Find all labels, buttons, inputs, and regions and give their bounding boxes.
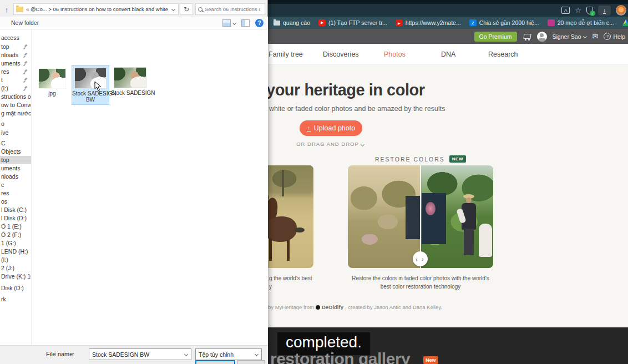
file-name-combo[interactable] xyxy=(89,348,191,360)
sidebar-item[interactable]: C xyxy=(0,139,31,147)
preview-pane-icon[interactable] xyxy=(241,19,250,27)
tab-family-tree[interactable]: Family tree xyxy=(269,50,303,58)
tab-dna[interactable]: DNA xyxy=(441,50,455,58)
file-item-jpg[interactable]: jpg xyxy=(37,68,68,97)
chevron-down-icon[interactable] xyxy=(255,352,259,356)
refresh-button[interactable]: ↻ xyxy=(180,3,193,15)
new-folder-button[interactable]: New folder xyxy=(11,19,39,26)
page-subtitle: white or faded color photos and be amaze… xyxy=(269,105,445,113)
translate-icon[interactable]: A xyxy=(561,7,570,14)
restore-sample-photo: ‹ › xyxy=(348,165,493,268)
sidebar-item[interactable]: (I:) xyxy=(0,256,31,264)
cancel-button[interactable]: Cancel xyxy=(237,360,265,364)
extensions-icon[interactable]: 2 xyxy=(586,7,593,14)
page-title: your heritage in color xyxy=(268,81,425,99)
attribution-line: by MyHeritage from DeOldify , created by… xyxy=(268,304,442,310)
upload-photo-button[interactable]: ↑ Upload photo xyxy=(300,120,362,136)
sidebar-item[interactable]: nloads xyxy=(0,51,31,59)
downloads-button[interactable]: ↓ xyxy=(598,6,611,16)
sidebar-item[interactable]: c xyxy=(0,181,31,189)
file-name-input[interactable] xyxy=(89,351,181,358)
go-premium-button[interactable]: Go Premium xyxy=(474,32,517,42)
sidebar-item[interactable]: Ổ 2 (F:) xyxy=(0,231,31,239)
bookmark-item[interactable]: ZChia sẻ gần 2000 hiệ... xyxy=(469,19,539,26)
sidebar-item[interactable]: Drive (K:) 16.0. xyxy=(0,272,31,280)
sidebar-item[interactable]: os xyxy=(0,198,31,205)
sidebar-item[interactable]: o xyxy=(0,120,31,128)
sidebar-item[interactable]: l Disk (C:) xyxy=(0,206,31,214)
help-menu[interactable]: ?Help xyxy=(604,33,625,40)
sidebar-item[interactable]: t xyxy=(0,76,31,84)
horse-art xyxy=(268,216,297,242)
file-item-stock-sadesign-bw-selected[interactable]: Stock SADESIGN BW xyxy=(72,65,109,105)
file-type-combo[interactable]: Tệp tùy chỉnh xyxy=(195,348,262,360)
sidebar-item[interactable]: top xyxy=(0,43,31,50)
sidebar-item[interactable]: nloads xyxy=(0,173,31,180)
sidebar-item[interactable]: 2 (J:) xyxy=(0,264,31,272)
before-after-slider-handle[interactable]: ‹ › xyxy=(413,251,428,266)
sidebar-item-desktop-selected[interactable]: top xyxy=(0,156,31,164)
search-box[interactable] xyxy=(195,3,265,15)
address-bar[interactable]: « @Co... > 06 Instructions on how to con… xyxy=(13,3,179,15)
browser-titlebar xyxy=(268,0,628,4)
user-avatar[interactable] xyxy=(537,32,547,42)
painter-art xyxy=(466,198,472,203)
dialog-body: access top nloads uments res t (I:) stru… xyxy=(0,29,268,345)
sidebar-item[interactable]: access xyxy=(0,34,31,42)
bookmark-item[interactable]: 20 mẹo dễ ợt biến c... xyxy=(548,19,614,26)
chevron-down-icon[interactable] xyxy=(171,7,175,11)
sidebar-item[interactable]: g mặt nước xyxy=(0,109,31,117)
sidebar-item[interactable]: res xyxy=(0,68,31,75)
tab-discoveries[interactable]: Discoveries xyxy=(323,50,359,58)
help-icon[interactable]: ? xyxy=(255,19,264,27)
bookmark-item[interactable]: (1) Tạo FTP server tr... xyxy=(318,19,387,26)
restore-colors-header: RESTORE COLORS NEW xyxy=(348,155,493,163)
file-thumbnail xyxy=(38,68,66,89)
mail-icon[interactable]: ✉ xyxy=(592,32,598,41)
y2mate-icon: ▶ xyxy=(396,19,403,26)
new-badge: New xyxy=(423,356,438,364)
user-menu[interactable]: Signer Sao xyxy=(553,33,587,40)
up-one-level-button[interactable]: ↑ xyxy=(1,3,12,16)
pin-icon xyxy=(23,86,28,91)
bookmark-star-icon[interactable]: ☆ xyxy=(575,7,581,14)
dog-art xyxy=(295,228,305,232)
tab-photos[interactable]: Photos xyxy=(384,50,406,58)
sidebar-item[interactable]: res xyxy=(0,189,31,197)
chevron-down-icon[interactable] xyxy=(232,21,236,25)
bookmark-item[interactable]: quang cáo xyxy=(274,19,310,26)
sidebar-item[interactable]: Ổ 1 (E:) xyxy=(0,223,31,230)
view-options-icon[interactable] xyxy=(222,19,231,27)
drag-and-drop-toggle[interactable]: OR DRAG AND DROP xyxy=(275,141,386,147)
bookmark-item[interactable]: Sa Design - Google... xyxy=(622,19,628,26)
sidebar-item[interactable]: ow to Convert l xyxy=(0,101,31,109)
sidebar-item[interactable]: rk xyxy=(0,295,31,303)
folder-icon xyxy=(274,21,280,26)
sidebar-item[interactable]: structions on h xyxy=(0,93,31,100)
open-button[interactable]: Open xyxy=(195,360,235,364)
cart-icon[interactable] xyxy=(523,33,531,41)
pin-icon xyxy=(23,44,28,49)
zalo-icon: Z xyxy=(469,19,477,26)
sidebar-item[interactable]: ive xyxy=(0,129,31,136)
sidebar-item[interactable]: Disk (D:) xyxy=(0,284,31,292)
tab-research[interactable]: Research xyxy=(488,50,518,58)
chevron-down-icon xyxy=(361,143,364,146)
sidebar-item[interactable]: (I:) xyxy=(0,84,31,92)
google-drive-icon xyxy=(622,19,628,26)
search-input[interactable] xyxy=(205,6,260,12)
pin-icon xyxy=(23,53,28,58)
browser-profile-avatar[interactable] xyxy=(616,5,626,16)
browser-tab-strip: A ☆ 2 ↓ xyxy=(268,4,628,17)
sidebar-item[interactable]: uments xyxy=(0,164,31,172)
gallery-heading: restoration gallery xyxy=(270,350,410,364)
sidebar-item[interactable]: l Disk (D:) xyxy=(0,214,31,222)
chevron-down-icon[interactable] xyxy=(184,352,188,356)
sidebar-item[interactable]: Objects xyxy=(0,148,31,155)
folder-icon xyxy=(16,7,23,12)
sidebar-item[interactable]: uments xyxy=(0,59,31,67)
file-item-stock-sadesign[interactable]: Stock SADESIGN xyxy=(111,65,149,98)
sidebar-item[interactable]: 1 (G:) xyxy=(0,239,31,247)
sidebar-item[interactable]: LEND (H:) xyxy=(0,247,31,255)
bookmark-item[interactable]: ▶https://www.y2mate... xyxy=(396,19,461,26)
